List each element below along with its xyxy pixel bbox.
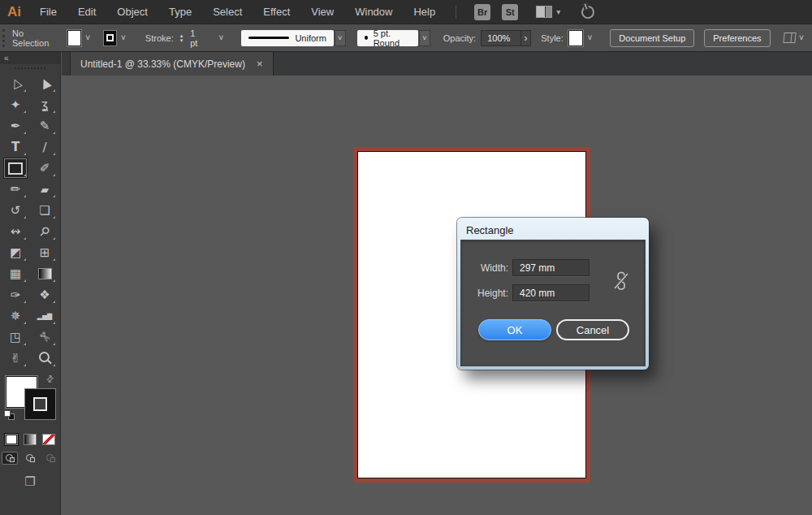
- color-button[interactable]: [5, 434, 18, 445]
- perspective-grid-tool[interactable]: ⊞: [33, 243, 56, 262]
- artboard-tool[interactable]: ◳: [4, 327, 27, 347]
- chevron-down-icon[interactable]: ˅: [85, 33, 90, 42]
- cancel-button[interactable]: Cancel: [556, 319, 629, 340]
- eraser-tool[interactable]: ▰: [33, 180, 56, 199]
- rectangle-dialog: Rectangle Width: 297 mm Height: 420 mm: [457, 218, 649, 370]
- menu-item[interactable]: Object: [106, 0, 158, 24]
- workspace-switcher-icon[interactable]: [536, 6, 552, 18]
- magic-wand-tool[interactable]: ✦: [4, 95, 27, 115]
- direct-selection-tool[interactable]: ▶: [33, 74, 56, 93]
- menu-item[interactable]: Select: [202, 0, 253, 24]
- mesh-tool[interactable]: ▦: [4, 264, 27, 283]
- symbol-sprayer-tool[interactable]: ✵: [4, 306, 27, 326]
- draw-behind-button[interactable]: [22, 452, 38, 465]
- lasso-tool[interactable]: ʓ: [33, 95, 56, 115]
- sync-power-icon[interactable]: [580, 3, 597, 20]
- zoom-tool[interactable]: [33, 348, 56, 368]
- selection-status: No Selection: [12, 28, 54, 48]
- toolbar-header: «: [0, 52, 60, 64]
- stepper-down-icon[interactable]: ▾: [180, 38, 184, 43]
- canvas-area[interactable]: Rectangle Width: 297 mm Height: 420 mm: [62, 76, 812, 515]
- chevron-down-icon[interactable]: ˅: [587, 33, 592, 42]
- curvature-tool[interactable]: ✎: [33, 116, 56, 136]
- menu-bar: Ai FileEditObjectTypeSelectEffectViewWin…: [0, 0, 812, 24]
- fill-stroke-controls: ⇄: [0, 376, 60, 426]
- menu-item[interactable]: File: [29, 0, 67, 24]
- drawing-mode-buttons: [0, 452, 60, 465]
- chevron-down-icon[interactable]: ˅: [121, 33, 126, 42]
- dialog-titlebar[interactable]: Rectangle: [460, 221, 646, 240]
- document-setup-button[interactable]: Document Setup: [610, 29, 694, 47]
- panel-grip: [2, 29, 5, 47]
- brush-definition-dropdown[interactable]: 5 pt. Round: [357, 30, 419, 46]
- width-profile-dropdown[interactable]: Uniform: [241, 30, 334, 46]
- illustrator-window: Ai FileEditObjectTypeSelectEffectViewWin…: [0, 0, 812, 515]
- opacity-input[interactable]: 100%: [481, 30, 520, 46]
- shaper-tool[interactable]: ✏: [4, 180, 27, 199]
- draw-normal-button[interactable]: [2, 452, 18, 465]
- selection-tool[interactable]: ▷: [4, 74, 27, 93]
- ok-button[interactable]: OK: [478, 319, 551, 340]
- menu-item[interactable]: Window: [344, 0, 403, 24]
- document-tab[interactable]: Untitled-1 @ 33.33% (CMYK/Preview) ×: [70, 52, 274, 76]
- chevron-down-icon[interactable]: ˅: [419, 30, 430, 46]
- rotate-tool[interactable]: ↺: [4, 201, 27, 220]
- width-tool[interactable]: ↭: [4, 222, 27, 241]
- none-button[interactable]: [42, 434, 55, 445]
- stock-icon[interactable]: St: [502, 4, 518, 20]
- bridge-icon[interactable]: Br: [474, 4, 490, 20]
- default-fill-stroke-icon[interactable]: [4, 410, 15, 420]
- tools-panel: « ▷ ▶ ✦ ʓ ✒ ✎ T ∕ ✐ ✏: [0, 52, 61, 515]
- opacity-arrow-icon[interactable]: ›: [521, 30, 532, 46]
- rectangle-tool[interactable]: [4, 158, 27, 178]
- paintbrush-tool[interactable]: ✐: [33, 158, 56, 178]
- gradient-tool[interactable]: [33, 264, 56, 283]
- menu-item[interactable]: View: [300, 0, 344, 24]
- paint-style-buttons: [0, 434, 60, 445]
- width-input[interactable]: 297 mm: [512, 259, 590, 276]
- puppet-warp-tool[interactable]: ⚲: [33, 222, 56, 241]
- stroke-profile-preview: [248, 37, 289, 39]
- toolbar-grip[interactable]: [0, 64, 60, 71]
- menu-item[interactable]: Effect: [253, 0, 300, 24]
- stroke-weight-value[interactable]: 1 pt: [190, 28, 202, 48]
- chevron-down-icon[interactable]: ˅: [799, 33, 804, 42]
- style-swatch[interactable]: [568, 30, 584, 46]
- pen-tool[interactable]: ✒: [4, 116, 27, 136]
- stroke-indicator[interactable]: [24, 388, 56, 420]
- eyedropper-tool[interactable]: ✑: [4, 285, 27, 305]
- blend-tool[interactable]: ❖: [33, 285, 56, 305]
- slice-tool[interactable]: ✄: [33, 327, 56, 347]
- menu-item[interactable]: Type: [158, 0, 202, 24]
- dialog-title: Rectangle: [466, 224, 514, 236]
- height-input[interactable]: 420 mm: [512, 284, 590, 301]
- type-tool[interactable]: T: [4, 137, 27, 157]
- menu-item[interactable]: Edit: [67, 0, 106, 24]
- chevron-down-icon[interactable]: ˅: [219, 33, 224, 42]
- menu-item-list: FileEditObjectTypeSelectEffectViewWindow…: [29, 0, 446, 24]
- document-tab-title: Untitled-1 @ 33.33% (CMYK/Preview): [80, 58, 245, 70]
- constrain-proportions-icon[interactable]: [614, 271, 628, 294]
- stroke-swatch-inner: [106, 34, 114, 41]
- swap-fill-stroke-icon[interactable]: ⇄: [44, 373, 57, 386]
- hand-tool[interactable]: ✌: [4, 348, 27, 368]
- height-label: Height:: [461, 288, 508, 299]
- line-segment-tool[interactable]: ∕: [33, 137, 56, 157]
- change-screen-mode-icon[interactable]: ❐: [0, 474, 60, 489]
- draw-inside-button[interactable]: [42, 452, 58, 465]
- stroke-weight-stepper[interactable]: ▴ ▾: [180, 33, 184, 43]
- chevron-down-icon[interactable]: ˅: [335, 30, 346, 46]
- fill-color-swatch[interactable]: [67, 30, 81, 46]
- close-icon[interactable]: ×: [257, 58, 263, 69]
- arrange-documents-icon[interactable]: [783, 32, 796, 43]
- chevron-down-icon[interactable]: ▾: [556, 7, 560, 16]
- width-label: Width:: [461, 262, 508, 274]
- menu-item[interactable]: Help: [403, 0, 446, 24]
- gradient-button[interactable]: [24, 434, 37, 445]
- tool-grid: ▷ ▶ ✦ ʓ ✒ ✎ T ∕ ✐ ✏ ▰: [0, 71, 60, 368]
- stroke-color-swatch[interactable]: [103, 30, 117, 46]
- document-tab-bar: Untitled-1 @ 33.33% (CMYK/Preview) ×: [62, 52, 812, 76]
- shape-builder-tool[interactable]: ◩: [4, 243, 27, 262]
- preferences-button[interactable]: Preferences: [704, 29, 770, 47]
- collapse-panel-icon[interactable]: «: [4, 54, 8, 63]
